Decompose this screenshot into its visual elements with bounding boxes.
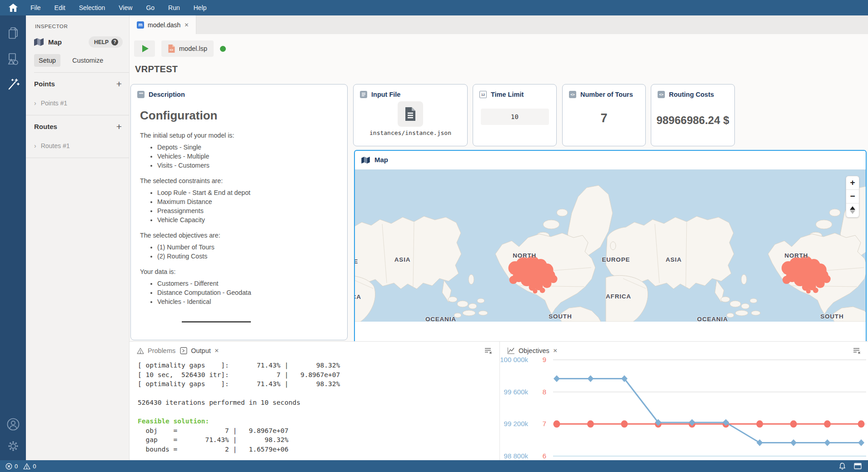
svg-text:8: 8 bbox=[543, 388, 546, 396]
page-title: VRPTEST bbox=[135, 64, 868, 75]
notifications-bell-icon[interactable] bbox=[839, 462, 846, 470]
sidebar-item-routes-1[interactable]: ›Routes #1 bbox=[34, 142, 122, 149]
home-icon[interactable] bbox=[0, 4, 26, 12]
tab-close-icon[interactable]: ✕ bbox=[184, 22, 189, 28]
description-lead: Your data is: bbox=[140, 268, 338, 275]
pitch-down-icon bbox=[850, 210, 855, 214]
lsp-file-icon: <> bbox=[168, 44, 175, 53]
chevron-right-icon: › bbox=[34, 99, 36, 107]
description-item: Loop Rule - Start & End at depot bbox=[157, 189, 338, 196]
warning-icon bbox=[137, 348, 144, 354]
widget-name: Map bbox=[48, 38, 62, 46]
svg-text:99 600k: 99 600k bbox=[504, 388, 529, 396]
tab-model-dash[interactable]: m model.dash ✕ bbox=[130, 15, 196, 34]
svg-text:98 800k: 98 800k bbox=[504, 452, 529, 460]
sidebar-title: INSPECTOR bbox=[26, 15, 129, 29]
help-button[interactable]: HELP ? bbox=[89, 36, 123, 48]
map-widget-icon bbox=[34, 38, 44, 46]
time-limit-input[interactable] bbox=[481, 109, 549, 125]
widget-row: Map HELP ? bbox=[34, 36, 123, 48]
zoom-out-button[interactable]: − bbox=[846, 190, 859, 204]
magic-wand-icon[interactable] bbox=[5, 76, 21, 92]
description-item: Vehicle Capacity bbox=[157, 216, 338, 224]
pitch-control[interactable] bbox=[846, 204, 859, 217]
error-icon bbox=[5, 463, 12, 470]
tab-objectives[interactable]: Objectives ✕ bbox=[507, 347, 558, 354]
description-item: Visits - Customers bbox=[157, 162, 338, 169]
sidebar-item-points-1[interactable]: ›Points #1 bbox=[34, 99, 122, 107]
document-icon bbox=[404, 107, 417, 121]
output-close-icon[interactable]: ✕ bbox=[215, 348, 219, 354]
description-card: ”” Description Configuration The initial… bbox=[130, 84, 348, 340]
tab-output[interactable]: Output ✕ bbox=[180, 347, 219, 354]
file-picker-button[interactable] bbox=[398, 101, 423, 127]
map-card-header: Map bbox=[355, 151, 866, 169]
svg-text:9: 9 bbox=[543, 356, 546, 363]
inspector-tab-setup[interactable]: Setup bbox=[34, 54, 60, 67]
time-limit-card: 12 Time Limit bbox=[473, 84, 557, 146]
code-value-icon: <> bbox=[569, 91, 576, 98]
section-title: Points bbox=[34, 80, 55, 88]
map-canvas[interactable]: EASIANORTHEUROPEASIANORTHCAAFRICASOUTHOC… bbox=[355, 169, 866, 322]
model-file-chip[interactable]: <> model.lsp bbox=[161, 40, 214, 57]
section-routes: Routes+›Routes #1 bbox=[26, 115, 129, 158]
input-file-path[interactable]: instances/instance.json bbox=[367, 129, 454, 137]
description-scrollbar[interactable] bbox=[182, 321, 251, 323]
description-item: (1) Number of Tours bbox=[157, 243, 338, 251]
map-widget-icon bbox=[361, 157, 370, 164]
file-lines-icon bbox=[360, 91, 367, 98]
inspector-tabs: SetupCustomize bbox=[34, 54, 129, 73]
number-of-tours-card: <> Number of Tours 7 bbox=[562, 84, 646, 146]
feasible-heading: Feasible solution: bbox=[138, 417, 209, 425]
tab-problems[interactable]: Problems bbox=[137, 347, 175, 354]
warning-count[interactable]: 0 bbox=[23, 463, 36, 470]
bottom-panels: Problems Output ✕ [ op bbox=[130, 341, 868, 472]
menu-selection[interactable]: Selection bbox=[79, 4, 105, 11]
activity-bar bbox=[0, 15, 26, 460]
description-item: Vehicles - Multiple bbox=[157, 153, 338, 160]
description-lead: The initial setup of your model is: bbox=[140, 132, 338, 139]
svg-text:100 000k: 100 000k bbox=[500, 356, 528, 363]
menu-run[interactable]: Run bbox=[168, 4, 180, 11]
code-value-icon: <> bbox=[658, 91, 665, 98]
pitch-up-icon bbox=[850, 206, 855, 210]
dashboard-content: <> model.lsp VRPTEST ”” Description Conf… bbox=[130, 34, 868, 460]
description-body: Configuration The initial setup of your … bbox=[131, 99, 347, 305]
description-item: Distance Computation - Geodata bbox=[157, 289, 338, 296]
add-routes-button[interactable]: + bbox=[116, 123, 122, 130]
pages-icon[interactable] bbox=[5, 25, 21, 41]
shapes-icon[interactable] bbox=[5, 51, 21, 66]
dash-file-icon: m bbox=[137, 21, 144, 29]
question-icon: ? bbox=[111, 39, 118, 45]
account-icon[interactable] bbox=[5, 417, 21, 432]
svg-text:<>: <> bbox=[170, 48, 173, 52]
routing-costs-card: <> Routing Costs 98966986.24 $ bbox=[651, 84, 735, 146]
menu-view[interactable]: View bbox=[119, 4, 132, 11]
svg-text:7: 7 bbox=[543, 420, 546, 427]
objectives-chart[interactable]: 100 000k999 600k899 200k798 800k6246810 bbox=[500, 355, 868, 472]
run-button[interactable] bbox=[134, 40, 155, 57]
description-heading: Configuration bbox=[140, 109, 338, 123]
clear-chart-icon[interactable] bbox=[853, 347, 861, 354]
clear-output-icon[interactable] bbox=[484, 347, 492, 354]
error-count[interactable]: 0 bbox=[5, 463, 18, 470]
add-points-button[interactable]: + bbox=[116, 80, 122, 88]
description-item: Depots - Single bbox=[157, 144, 338, 151]
gear-icon[interactable] bbox=[5, 438, 21, 454]
world-map bbox=[355, 169, 866, 322]
inspector-tab-customize[interactable]: Customize bbox=[68, 54, 108, 67]
description-item: Vehicles - Identical bbox=[157, 298, 338, 305]
zoom-in-button[interactable]: + bbox=[846, 176, 859, 190]
menu-file[interactable]: File bbox=[30, 4, 41, 11]
number-of-tours-value: 7 bbox=[563, 111, 645, 125]
panel-layout-icon[interactable] bbox=[854, 463, 862, 469]
menu-help[interactable]: Help bbox=[194, 4, 207, 11]
output-icon bbox=[180, 347, 187, 354]
warning-icon bbox=[23, 463, 30, 470]
svg-text:99 200k: 99 200k bbox=[504, 420, 529, 427]
chevron-right-icon: › bbox=[34, 142, 36, 149]
output-panel: Problems Output ✕ [ op bbox=[130, 342, 499, 472]
objectives-close-icon[interactable]: ✕ bbox=[553, 348, 558, 354]
menu-edit[interactable]: Edit bbox=[55, 4, 65, 11]
menu-go[interactable]: Go bbox=[146, 4, 155, 11]
